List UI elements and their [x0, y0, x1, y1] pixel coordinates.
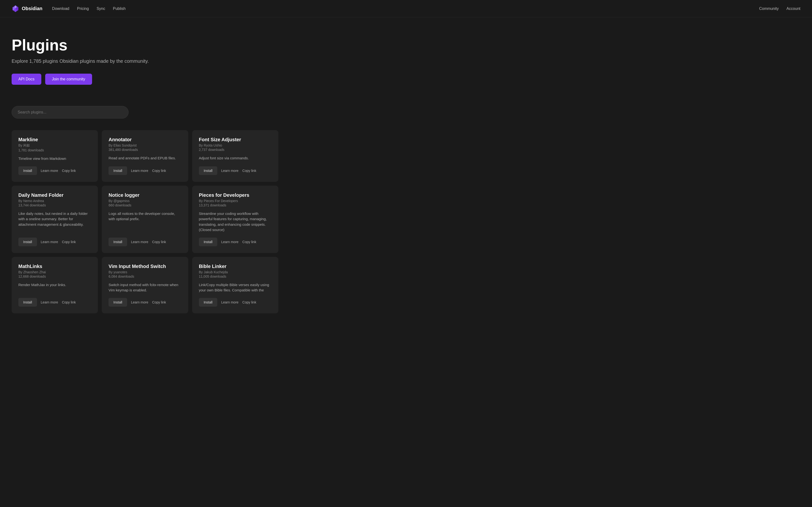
plugin-description: Read and annotate PDFs and EPUB files.	[108, 156, 181, 162]
plugin-actions: Install Learn more Copy link	[199, 237, 272, 246]
learn-more-button[interactable]: Learn more	[41, 240, 58, 244]
copy-link-button[interactable]: Copy link	[62, 300, 76, 304]
plugin-downloads: 660 downloads	[108, 203, 181, 207]
learn-more-button[interactable]: Learn more	[131, 240, 148, 244]
learn-more-button[interactable]: Learn more	[131, 300, 148, 304]
hero-section: Plugins Explore 1,785 plugins Obsidian p…	[0, 17, 290, 106]
plugin-name: Daily Named Folder	[18, 192, 91, 198]
install-button[interactable]: Install	[199, 166, 217, 175]
navbar: Obsidian Download Pricing Sync Publish C…	[0, 0, 812, 17]
plugin-description: Link/Copy multiple Bible verses easily u…	[199, 282, 272, 293]
plugin-name: Vim Input Method Switch	[108, 264, 181, 269]
plugin-card-notice-logger: Notice logger By @gapmiss 660 downloads …	[102, 186, 188, 253]
plugin-description: Logs all notices to the developer consol…	[108, 211, 181, 233]
plugin-name: MathLinks	[18, 264, 91, 269]
plugin-actions: Install Learn more Copy link	[18, 298, 91, 306]
install-button[interactable]: Install	[18, 237, 37, 246]
plugin-name: Bible Linker	[199, 264, 272, 269]
obsidian-logo-icon	[12, 5, 19, 12]
plugin-author: By Elias Sundqvist	[108, 144, 181, 147]
nav-link-pricing[interactable]: Pricing	[77, 6, 89, 11]
plugin-downloads: 12,668 downloads	[18, 275, 91, 278]
copy-link-button[interactable]: Copy link	[152, 240, 166, 244]
plugin-author: By Zhaoshen Zhai	[18, 270, 91, 274]
copy-link-button[interactable]: Copy link	[152, 300, 166, 304]
plugin-card-vim-input-method-switch: Vim Input Method Switch By yuanotes 6,08…	[102, 257, 188, 314]
plugin-actions: Install Learn more Copy link	[108, 298, 181, 306]
plugin-downloads: 2,737 downloads	[199, 148, 272, 152]
install-button[interactable]: Install	[199, 298, 217, 306]
plugin-description: Adjust font size via commands.	[199, 156, 272, 162]
plugin-actions: Install Learn more Copy link	[199, 298, 272, 306]
plugin-description: Switch input method with fcitx-remote wh…	[108, 282, 181, 293]
nav-link-community[interactable]: Community	[759, 6, 779, 11]
plugin-actions: Install Learn more Copy link	[18, 237, 91, 246]
logo-text: Obsidian	[22, 6, 43, 11]
plugin-downloads: 13,744 downloads	[18, 203, 91, 207]
plugin-name: Markline	[18, 137, 91, 143]
plugin-description: Like daily notes, but nested in a daily …	[18, 211, 91, 233]
install-button[interactable]: Install	[108, 166, 127, 175]
plugin-name: Annotator	[108, 137, 181, 143]
plugin-author: By Nemo Andrea	[18, 199, 91, 203]
hero-subtitle: Explore 1,785 plugins Obsidian plugins m…	[12, 58, 278, 64]
nav-link-sync[interactable]: Sync	[97, 6, 105, 11]
plugin-description: Streamline your coding workflow with pow…	[199, 211, 272, 233]
plugin-actions: Install Learn more Copy link	[108, 237, 181, 246]
install-button[interactable]: Install	[18, 298, 37, 306]
plugin-description: Render MathJax in your links.	[18, 282, 91, 293]
learn-more-button[interactable]: Learn more	[41, 169, 58, 173]
install-button[interactable]: Install	[108, 237, 127, 246]
plugin-card-pieces-for-developers: Pieces for Developers By Pieces For Deve…	[192, 186, 278, 253]
plugin-downloads: 11,005 downloads	[199, 275, 272, 278]
plugins-grid: Markline By 闲叙 1,781 downloads Timeline …	[0, 130, 290, 325]
page-title: Plugins	[12, 37, 278, 54]
plugin-name: Font Size Adjuster	[199, 137, 272, 143]
copy-link-button[interactable]: Copy link	[242, 169, 256, 173]
search-input[interactable]	[12, 106, 129, 119]
plugin-author: By Ryota Ushio	[199, 144, 272, 147]
plugin-downloads: 381,480 downloads	[108, 148, 181, 152]
plugin-name: Notice logger	[108, 192, 181, 198]
api-docs-button[interactable]: API Docs	[12, 74, 41, 85]
plugin-actions: Install Learn more Copy link	[199, 166, 272, 175]
plugin-author: By Pieces For Developers	[199, 199, 272, 203]
copy-link-button[interactable]: Copy link	[152, 169, 166, 173]
plugin-description: Timeline view from Markdown	[18, 156, 91, 162]
plugin-author: By 闲叙	[18, 144, 91, 148]
plugin-author: By yuanotes	[108, 270, 181, 274]
copy-link-button[interactable]: Copy link	[62, 240, 76, 244]
plugin-author: By Jakub Kuchejda	[199, 270, 272, 274]
nav-links: Download Pricing Sync Publish	[52, 6, 126, 11]
plugin-card-daily-named-folder: Daily Named Folder By Nemo Andrea 13,744…	[12, 186, 98, 253]
copy-link-button[interactable]: Copy link	[62, 169, 76, 173]
learn-more-button[interactable]: Learn more	[41, 300, 58, 304]
plugin-card-mathlinks: MathLinks By Zhaoshen Zhai 12,668 downlo…	[12, 257, 98, 314]
plugin-actions: Install Learn more Copy link	[18, 166, 91, 175]
hero-buttons: API Docs Join the community	[12, 74, 278, 85]
search-container	[0, 106, 140, 119]
plugin-name: Pieces for Developers	[199, 192, 272, 198]
plugin-card-markline: Markline By 闲叙 1,781 downloads Timeline …	[12, 130, 98, 182]
learn-more-button[interactable]: Learn more	[221, 169, 239, 173]
copy-link-button[interactable]: Copy link	[242, 300, 256, 304]
logo[interactable]: Obsidian	[12, 5, 43, 12]
install-button[interactable]: Install	[199, 237, 217, 246]
plugin-downloads: 1,781 downloads	[18, 148, 91, 152]
learn-more-button[interactable]: Learn more	[131, 169, 148, 173]
navbar-right: Community Account	[759, 6, 800, 11]
install-button[interactable]: Install	[18, 166, 37, 175]
join-community-button[interactable]: Join the community	[45, 74, 92, 85]
nav-link-download[interactable]: Download	[52, 6, 69, 11]
plugin-actions: Install Learn more Copy link	[108, 166, 181, 175]
plugin-author: By @gapmiss	[108, 199, 181, 203]
plugin-card-font-size-adjuster: Font Size Adjuster By Ryota Ushio 2,737 …	[192, 130, 278, 182]
learn-more-button[interactable]: Learn more	[221, 240, 239, 244]
copy-link-button[interactable]: Copy link	[242, 240, 256, 244]
install-button[interactable]: Install	[108, 298, 127, 306]
learn-more-button[interactable]: Learn more	[221, 300, 239, 304]
nav-link-publish[interactable]: Publish	[113, 6, 125, 11]
plugin-card-bible-linker: Bible Linker By Jakub Kuchejda 11,005 do…	[192, 257, 278, 314]
navbar-left: Obsidian Download Pricing Sync Publish	[12, 5, 126, 12]
nav-link-account[interactable]: Account	[786, 6, 800, 11]
